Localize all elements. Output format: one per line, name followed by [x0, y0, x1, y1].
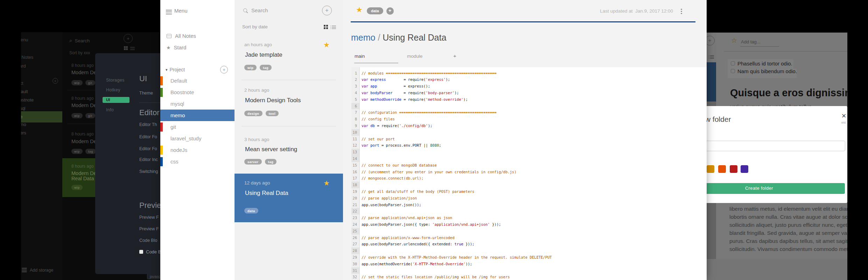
line-number: 1 [351, 70, 357, 77]
tab-main[interactable]: main [355, 54, 365, 59]
code-text: // mongoose.connect(db.url); [362, 175, 424, 182]
sidebar-folder-item[interactable]: memo [170, 110, 185, 121]
code-editor[interactable]: 1// modules ============================… [351, 67, 707, 280]
list-view-icon[interactable] [130, 46, 135, 51]
note-star-icon[interactable]: ★ [323, 179, 330, 187]
left-project-row[interactable]: ▾Project [21, 81, 23, 86]
left-folder-item[interactable]: Boostnote [21, 96, 34, 104]
list-view-icon[interactable] [330, 25, 336, 30]
sidebar-all-notes[interactable]: All Notes [167, 33, 196, 39]
create-folder-label: Create folder [707, 183, 845, 194]
note-tag-badge[interactable]: data [367, 7, 383, 14]
settings-item: Preview F [139, 226, 159, 231]
code-line: 19// get all data/stuff of the body (POS… [351, 188, 707, 195]
line-number: 3 [351, 83, 357, 90]
last-updated-label: Last updated at Jan.9, 2017 12:00 [600, 8, 673, 14]
kebab-menu-icon[interactable] [681, 8, 682, 15]
settings-menu-item[interactable]: Storages [106, 78, 124, 83]
settings-menu-item[interactable]: Hotkey [106, 88, 120, 92]
color-swatch[interactable] [741, 165, 748, 173]
settings-menu-item[interactable]: Info [106, 107, 114, 112]
left-sort-label[interactable]: Sort by xxx [69, 50, 90, 55]
line-number: 22 [351, 208, 357, 215]
tag-badge: data [244, 208, 258, 214]
line-number: 12 [351, 142, 357, 149]
tab-add-button[interactable]: + [453, 53, 456, 59]
sidebar-starred[interactable]: ★Stard [166, 44, 186, 50]
code-line: 8// config files [351, 116, 707, 122]
search-field[interactable]: Search [243, 7, 268, 13]
left-folder-item[interactable]: note [21, 113, 22, 121]
settings-checkbox-row[interactable]: Code B [139, 249, 161, 254]
code-line: 29// override with the X-HTTP-Method-Ove… [351, 254, 707, 261]
sidebar-folder-item[interactable]: Default [170, 75, 187, 86]
color-swatch[interactable] [730, 165, 737, 173]
settings-item: Editor Th [139, 122, 157, 127]
code-line: 27app.use(bodyParser.urlencoded({ extend… [351, 241, 707, 247]
code-text: // parse application/x-www-form-urlencod… [362, 234, 455, 241]
add-storage-button[interactable]: Add storage [22, 267, 53, 273]
color-swatch[interactable] [718, 165, 726, 173]
code-text: // config files [362, 116, 395, 122]
code-line: 14 [351, 155, 707, 162]
settings-section-heading: UI [139, 74, 147, 83]
tag-badge: git [85, 80, 95, 85]
left-new-note-button[interactable]: + [124, 34, 133, 43]
line-number: 8 [351, 116, 357, 122]
sidebar-folder-item[interactable]: nodeJs [170, 144, 187, 156]
plus-icon: + [322, 7, 331, 14]
menu-row[interactable]: Menu [21, 37, 28, 42]
new-note-button[interactable]: + [322, 6, 332, 15]
tab-module[interactable]: module [407, 54, 422, 59]
folder-name-input[interactable] [707, 141, 845, 151]
line-number: 18 [351, 182, 357, 188]
left-folder-item[interactable]: mysql [21, 104, 26, 113]
note-star-icon[interactable]: ★ [323, 41, 330, 49]
search-placeholder: Search [251, 7, 268, 13]
sidebar-folder-item[interactable]: mysql [170, 98, 184, 110]
drawer-icon [167, 34, 172, 38]
folder-color-chip [160, 88, 163, 97]
code-line: 12var port = process.env.PORT || 8080; [351, 142, 707, 149]
sort-by-label[interactable]: Sort by date [242, 24, 268, 29]
line-number: 31 [351, 267, 357, 274]
settings-menu-active-pill[interactable]: UI [103, 97, 130, 103]
grid-view-icon[interactable] [324, 25, 328, 29]
left-folder-item-selected[interactable] [21, 111, 62, 122]
left-all-notes[interactable]: ▤All Notes [21, 55, 33, 60]
line-number: 23 [351, 215, 357, 221]
plus-icon: + [53, 79, 58, 83]
left-search[interactable]: ⌕Search [69, 37, 90, 44]
line-number: 16 [351, 169, 357, 175]
left-folder-item[interactable]: memo [21, 120, 26, 129]
sidebar-project-row[interactable]: ▾Project [166, 67, 185, 72]
code-text: // override with the X-HTTP-Method-Overr… [362, 254, 552, 261]
menu-button[interactable] [166, 8, 172, 15]
close-icon[interactable]: ✕ [841, 112, 846, 120]
sidebar-folder-item[interactable]: Boostnote [170, 86, 194, 98]
sidebar-folder-item[interactable]: laravel_study [170, 133, 201, 144]
left-add-folder-button[interactable]: + [52, 78, 58, 84]
sidebar-folder-item[interactable]: css [170, 156, 178, 167]
settings-item: Theme [139, 91, 153, 96]
background-app-right: +☆Add tag...Phasellus id tortor odio.Nam… [707, 33, 847, 280]
add-tag-button[interactable]: + [386, 7, 394, 15]
code-line: 10 [351, 129, 707, 136]
create-folder-button[interactable]: Create folder [707, 183, 845, 194]
line-number: 21 [351, 202, 357, 208]
line-number: 14 [351, 155, 357, 162]
color-swatch[interactable] [707, 165, 714, 173]
editor-star-icon[interactable]: ★ [356, 6, 363, 13]
sidebar-folder-item[interactable]: git [170, 121, 176, 133]
code-line: 24app.use(bodyParser.json({ type: 'appli… [351, 221, 707, 228]
folder-color-chip [160, 122, 163, 132]
left-folder-item[interactable]: Default [21, 88, 28, 96]
line-number: 29 [351, 254, 357, 261]
tab-active-underline [354, 63, 398, 63]
code-line: 21app.use(bodyParser.json()); [351, 202, 707, 208]
grid-view-icon[interactable] [124, 46, 128, 50]
add-folder-button[interactable]: + [220, 66, 228, 74]
left-folder-item[interactable]: others [21, 129, 26, 137]
note-title: Jade template [245, 51, 282, 58]
left-starred[interactable]: ★Stard [21, 63, 26, 69]
